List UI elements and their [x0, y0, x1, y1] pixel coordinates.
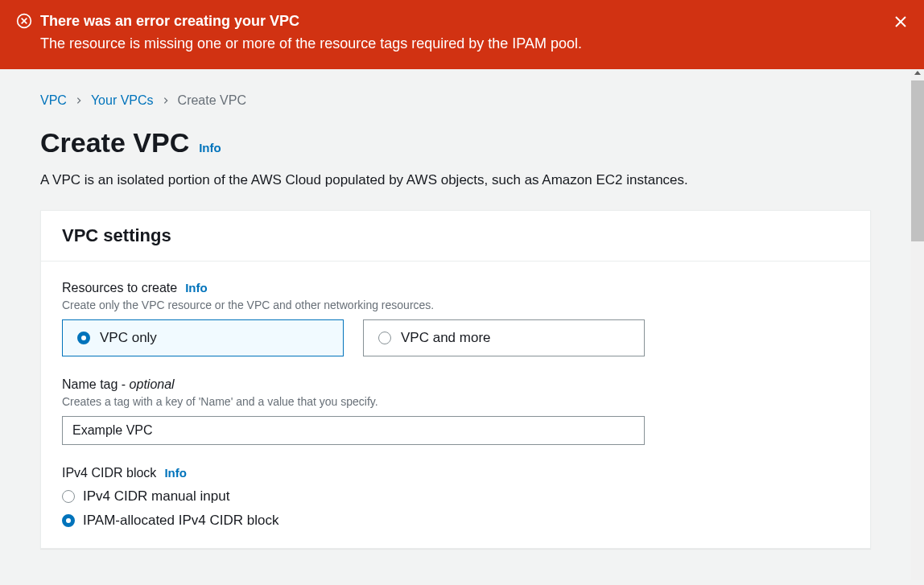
breadcrumb: VPC Your VPCs Create VPC: [40, 93, 871, 108]
error-message: The resource is missing one or more of t…: [40, 33, 908, 55]
radio-card-vpc-and-more[interactable]: VPC and more: [363, 319, 645, 356]
radio-card-vpc-only[interactable]: VPC only: [62, 319, 344, 356]
radio-unselected-icon: [62, 490, 75, 503]
name-tag-input[interactable]: [62, 416, 645, 445]
chevron-right-icon: [162, 93, 170, 108]
name-tag-hint: Creates a tag with a key of 'Name' and a…: [62, 395, 849, 408]
radio-card-label: VPC only: [100, 330, 157, 346]
breadcrumb-your-vpcs[interactable]: Your VPCs: [91, 93, 154, 108]
chevron-right-icon: [75, 93, 83, 108]
name-tag-group: Name tag - optional Creates a tag with a…: [62, 377, 849, 445]
panel-title: VPC settings: [62, 225, 849, 246]
resources-label: Resources to create: [62, 281, 177, 295]
radio-selected-icon: [62, 514, 75, 527]
radio-unselected-icon: [378, 332, 391, 344]
radio-item-label: IPv4 CIDR manual input: [83, 488, 229, 505]
error-icon: [16, 13, 32, 31]
info-link-ipv4[interactable]: Info: [164, 466, 187, 480]
info-link-page[interactable]: Info: [199, 141, 221, 154]
radio-ipv4-manual[interactable]: IPv4 CIDR manual input: [62, 488, 849, 505]
ipv4-cidr-label: IPv4 CIDR block: [62, 466, 156, 480]
breadcrumb-vpc[interactable]: VPC: [40, 93, 67, 108]
radio-ipam-allocated[interactable]: IPAM-allocated IPv4 CIDR block: [62, 513, 849, 529]
page-title: Create VPC: [40, 127, 189, 159]
error-banner: There was an error creating your VPC The…: [0, 0, 924, 69]
scrollbar[interactable]: [911, 69, 924, 580]
radio-item-label: IPAM-allocated IPv4 CIDR block: [83, 513, 278, 529]
info-link-resources[interactable]: Info: [185, 281, 208, 295]
resources-hint: Create only the VPC resource or the VPC …: [62, 299, 849, 311]
page-description: A VPC is an isolated portion of the AWS …: [40, 170, 871, 191]
vpc-settings-panel: VPC settings Resources to create Info Cr…: [40, 210, 871, 549]
radio-card-label: VPC and more: [401, 330, 491, 346]
resources-to-create-group: Resources to create Info Create only the…: [62, 281, 849, 356]
close-icon[interactable]: [893, 14, 908, 31]
breadcrumb-current: Create VPC: [178, 93, 246, 108]
ipv4-cidr-group: IPv4 CIDR block Info IPv4 CIDR manual in…: [62, 466, 849, 529]
error-title: There was an error creating your VPC: [40, 11, 908, 31]
scrollbar-arrow-up-icon: [914, 71, 921, 75]
name-tag-label: Name tag - optional: [62, 377, 175, 392]
radio-selected-icon: [77, 332, 90, 344]
scrollbar-thumb[interactable]: [911, 80, 924, 241]
